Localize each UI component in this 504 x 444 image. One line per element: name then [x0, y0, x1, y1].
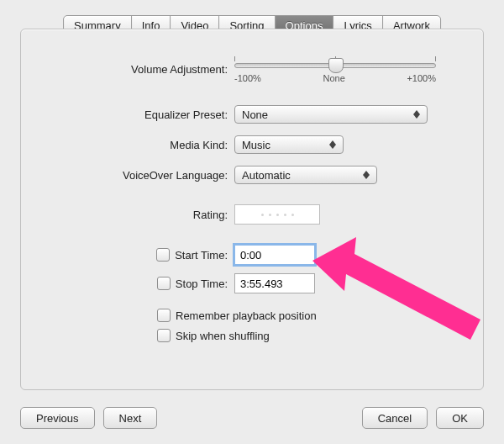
volume-slider[interactable]: -100% None +100%: [234, 56, 436, 82]
rating-label: Rating:: [21, 209, 234, 221]
previous-button[interactable]: Previous: [20, 407, 95, 429]
volume-min-label: -100%: [234, 73, 261, 83]
volume-center-label: None: [323, 73, 344, 83]
volume-max-label: +100%: [407, 73, 436, 83]
options-dialog: Summary Info Video Sorting Options Lyric…: [0, 0, 504, 444]
rating-dot: [261, 214, 264, 216]
volume-label: Volume Adjustment:: [21, 63, 234, 76]
cancel-button[interactable]: Cancel: [362, 407, 428, 429]
rating-dot: [276, 214, 279, 216]
stop-time-checkbox[interactable]: [157, 277, 171, 290]
media-kind-value: Music: [242, 139, 270, 151]
dialog-buttons: Previous Next Cancel OK: [20, 407, 484, 429]
remember-position-label: Remember playback position: [176, 309, 317, 322]
start-time-input[interactable]: [234, 245, 315, 265]
remember-position-checkbox[interactable]: [157, 309, 171, 322]
chevron-up-down-icon: [328, 140, 338, 149]
voiceover-value: Automatic: [242, 169, 291, 182]
stop-time-label: Stop Time:: [176, 278, 228, 290]
equalizer-label: Equalizer Preset:: [21, 108, 234, 121]
stop-time-input[interactable]: [234, 273, 315, 293]
options-panel: Volume Adjustment: -100% None +100%: [20, 29, 484, 390]
voiceover-popup[interactable]: Automatic: [234, 166, 377, 184]
rating-dot: [269, 214, 271, 216]
chevron-up-down-icon: [412, 110, 422, 119]
media-kind-label: Media Kind:: [21, 139, 234, 151]
start-time-checkbox[interactable]: [156, 248, 170, 262]
equalizer-value: None: [242, 108, 268, 121]
chevron-up-down-icon: [361, 171, 371, 179]
equalizer-popup[interactable]: None: [234, 105, 428, 124]
volume-slider-thumb[interactable]: [328, 58, 344, 73]
voiceover-label: VoiceOver Language:: [21, 169, 234, 182]
media-kind-popup[interactable]: Music: [234, 135, 344, 154]
rating-dot: [291, 214, 294, 216]
next-button[interactable]: Next: [103, 407, 158, 429]
rating-control[interactable]: [234, 204, 320, 225]
skip-shuffle-label: Skip when shuffling: [176, 330, 270, 342]
start-time-label: Start Time:: [175, 249, 228, 262]
skip-shuffle-checkbox[interactable]: [157, 329, 171, 342]
ok-button[interactable]: OK: [436, 407, 484, 429]
rating-dot: [284, 214, 286, 216]
